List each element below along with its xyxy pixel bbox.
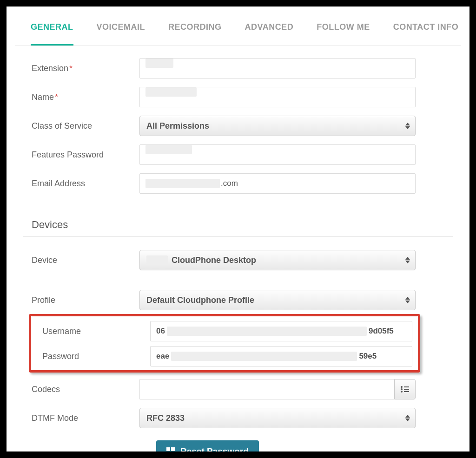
label-extension: Extension* [23, 64, 139, 73]
tab-voicemail[interactable]: VOICEMAIL [97, 7, 145, 46]
username-input[interactable]: 06 9d05f5 [150, 321, 412, 341]
label-dtmf: DTMF Mode [23, 413, 139, 423]
features-password-input[interactable] [139, 144, 416, 165]
button-row: Reset Password [23, 440, 453, 458]
device-select[interactable]: CloudPhone Desktop [139, 250, 416, 270]
label-class-of-service: Class of Service [23, 121, 139, 131]
credentials-highlight: Username 06 9d05f5 Password eae [29, 314, 420, 373]
content-area: GENERAL VOICEMAIL RECORDING ADVANCED FOL… [7, 7, 469, 458]
label-features-password: Features Password [23, 150, 139, 160]
row-extension: Extension* [23, 58, 453, 79]
general-form: Extension* Name* [15, 46, 461, 194]
row-password: Password eae 59e5 [31, 346, 418, 366]
label-device: Device [23, 255, 139, 265]
dtmf-select[interactable]: RFC 2833 [139, 408, 416, 428]
chevron-updown-icon [405, 414, 410, 422]
row-email: Email Address .com [23, 173, 453, 194]
label-username: Username [31, 327, 150, 336]
name-input[interactable] [139, 87, 416, 107]
chevron-updown-icon [405, 122, 410, 130]
codecs-list-button[interactable] [394, 379, 416, 399]
label-password: Password [31, 352, 150, 361]
tab-recording[interactable]: RECORDING [168, 7, 222, 46]
label-name: Name* [23, 92, 139, 102]
list-icon [401, 386, 409, 393]
chevron-updown-icon [405, 256, 410, 264]
app-frame: GENERAL VOICEMAIL RECORDING ADVANCED FOL… [0, 0, 476, 458]
email-input[interactable]: .com [139, 173, 416, 194]
row-device: Device CloudPhone Desktop [23, 250, 453, 270]
profile-select[interactable]: Default Cloudphone Profile [139, 290, 416, 310]
class-of-service-select[interactable]: All Permissions [139, 116, 416, 136]
row-class-of-service: Class of Service All Permissions [23, 116, 453, 136]
tab-follow-me[interactable]: FOLLOW ME [317, 7, 370, 46]
password-input[interactable]: eae 59e5 [150, 346, 412, 366]
codecs-input[interactable] [139, 379, 394, 399]
tabs-bar: GENERAL VOICEMAIL RECORDING ADVANCED FOL… [15, 7, 461, 46]
chevron-updown-icon [405, 296, 410, 304]
tab-advanced[interactable]: ADVANCED [245, 7, 294, 46]
qr-icon [166, 447, 175, 456]
label-email: Email Address [23, 179, 139, 189]
reset-password-button[interactable]: Reset Password [156, 440, 259, 458]
label-codecs: Codecs [23, 385, 139, 394]
row-codecs: Codecs [23, 379, 453, 399]
row-features-password: Features Password [23, 144, 453, 165]
tab-general[interactable]: GENERAL [31, 7, 73, 46]
devices-header: Devices [23, 202, 453, 237]
label-profile: Profile [23, 295, 139, 305]
tab-contact-info[interactable]: CONTACT INFO [393, 7, 459, 46]
row-dtmf: DTMF Mode RFC 2833 [23, 408, 453, 428]
row-username: Username 06 9d05f5 [31, 321, 418, 341]
email-suffix: .com [221, 179, 238, 188]
devices-form: Device CloudPhone Desktop Profile Defaul… [15, 250, 461, 458]
row-profile: Profile Default Cloudphone Profile [23, 290, 453, 310]
row-name: Name* [23, 87, 453, 107]
extension-input[interactable] [139, 58, 416, 79]
